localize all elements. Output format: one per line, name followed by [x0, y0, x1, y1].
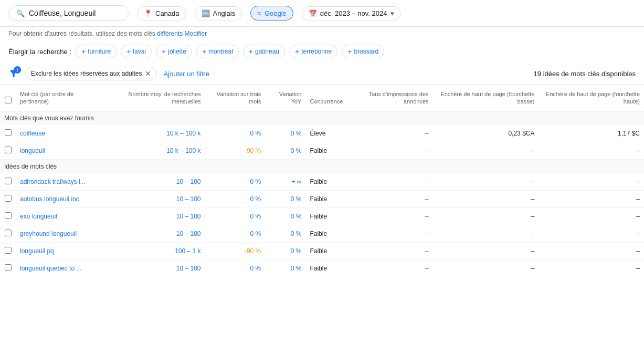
expand-bar: Élargir la recherche : +furniture +laval…	[0, 40, 644, 63]
col-three-month-header[interactable]: Variation sur trois mois	[205, 85, 266, 111]
row-monthly: 10 k – 100 k	[107, 142, 205, 159]
row-bid-low: 0,23 $CA	[433, 125, 539, 142]
expand-chip-4[interactable]: +gatineau	[243, 45, 285, 58]
search-box[interactable]: 🔍	[8, 5, 129, 21]
row-checkbox-cell[interactable]	[0, 225, 16, 242]
col-impression-header[interactable]: Taux d'impressions des annonces	[347, 85, 432, 111]
chevron-down-icon: ▾	[390, 9, 394, 17]
platform-filter[interactable]: ≈ Google	[250, 6, 293, 20]
exclude-pill[interactable]: Exclure les idées réservées aux adultes …	[25, 67, 157, 80]
row-competition: Faible	[305, 242, 347, 259]
col-keyword-header[interactable]: Mot clé (par ordre de pertinence)	[16, 85, 107, 111]
language-label: Anglais	[213, 9, 236, 17]
expand-chip-3[interactable]: +montréal	[196, 45, 239, 58]
table-row: autobus longueuil inc10 – 1000 %0 %Faibl…	[0, 190, 644, 207]
location-icon: 📍	[144, 9, 152, 17]
row-checkbox-cell[interactable]	[0, 259, 16, 277]
row-yoy: 0 %	[265, 142, 305, 159]
filter-badge: 1	[14, 66, 21, 74]
row-competition: Faible	[305, 207, 347, 225]
col-bid-high-header[interactable]: Enchère de haut de page (fourchette haut…	[539, 85, 644, 111]
subtitle-text: Pour obtenir d'autres résultats, utilise…	[8, 30, 157, 37]
table-row: longueuil quebec to ...10 – 1000 %0 %Fai…	[0, 259, 644, 277]
col-competition-header[interactable]: Concurrence	[305, 85, 347, 111]
row-bid-high: –	[539, 190, 644, 207]
expand-chip-1[interactable]: +laval	[121, 45, 152, 58]
row-keyword[interactable]: longueuil	[16, 142, 107, 159]
row-keyword[interactable]: longueuil pq	[16, 242, 107, 259]
language-icon: 🔤	[202, 9, 210, 17]
row-checkbox-cell[interactable]	[0, 125, 16, 142]
row-yoy: 0 %	[265, 225, 305, 242]
row-impression-rate: –	[347, 190, 432, 207]
expand-chip-0[interactable]: +furniture	[76, 45, 117, 58]
row-bid-high: –	[539, 207, 644, 225]
expand-chip-2[interactable]: +joliette	[156, 45, 192, 58]
search-input[interactable]	[29, 9, 121, 17]
row-checkbox[interactable]	[5, 247, 12, 254]
row-three-month: 0 %	[205, 190, 266, 207]
row-monthly: 10 k – 100 k	[107, 125, 205, 142]
row-yoy: 0 %	[265, 125, 305, 142]
expand-chip-5[interactable]: +terrebonne	[289, 45, 337, 58]
row-monthly: 10 – 100	[107, 225, 205, 242]
row-checkbox-cell[interactable]	[0, 173, 16, 191]
row-three-month: 0 %	[205, 207, 266, 225]
row-bid-high: 1,17 $C	[539, 125, 644, 142]
row-competition: Faible	[305, 259, 347, 277]
expand-label: Élargir la recherche :	[8, 48, 71, 56]
select-all-checkbox[interactable]	[5, 97, 12, 103]
language-filter[interactable]: 🔤 Anglais	[195, 6, 242, 20]
table-row: longueuil10 k – 100 k-90 %0 %Faible–––	[0, 142, 644, 159]
row-keyword[interactable]: autobus longueuil inc	[16, 190, 107, 207]
row-yoy: 0 %	[265, 259, 305, 277]
table-wrapper: Mot clé (par ordre de pertinence) Nombre…	[0, 85, 644, 277]
exclude-close-button[interactable]: ✕	[145, 69, 151, 78]
row-bid-high: –	[539, 225, 644, 242]
date-filter[interactable]: 📅 déc. 2023 – nov. 2024 ▾	[302, 6, 401, 20]
row-keyword[interactable]: exo longueuil	[16, 207, 107, 225]
row-impression-rate: –	[347, 242, 432, 259]
row-impression-rate: –	[347, 225, 432, 242]
table-header-row: Mot clé (par ordre de pertinence) Nombre…	[0, 85, 644, 111]
add-filter-button[interactable]: Ajouter un filtre	[163, 70, 209, 78]
row-bid-low: –	[433, 225, 539, 242]
row-checkbox-cell[interactable]	[0, 142, 16, 159]
exclude-label: Exclure les idées réservées aux adultes	[31, 70, 142, 77]
different-keywords-link[interactable]: différents	[157, 30, 183, 37]
row-yoy: + ∞	[265, 173, 305, 191]
row-checkbox[interactable]	[5, 195, 12, 202]
table-row: exo longueuil10 – 1000 %0 %Faible–––	[0, 207, 644, 225]
row-keyword[interactable]: coiffeuse	[16, 125, 107, 142]
col-monthly-header[interactable]: Nombre moy. de recherches mensuelles	[107, 85, 205, 111]
row-competition: Faible	[305, 173, 347, 191]
location-label: Canada	[155, 9, 180, 17]
section-header-row: Idées de mots clés	[0, 159, 644, 173]
row-checkbox[interactable]	[5, 129, 12, 136]
row-checkbox-cell[interactable]	[0, 242, 16, 259]
row-checkbox-cell[interactable]	[0, 190, 16, 207]
row-bid-high: –	[539, 242, 644, 259]
row-impression-rate: –	[347, 207, 432, 225]
row-keyword[interactable]: longueuil quebec to ...	[16, 259, 107, 277]
row-keyword[interactable]: adirondack trailways l...	[16, 173, 107, 191]
select-all-header[interactable]	[0, 85, 16, 111]
row-keyword[interactable]: greyhound longueuil	[16, 225, 107, 242]
modify-link[interactable]: Modifier	[185, 30, 207, 37]
col-yoy-header[interactable]: Variation YoY	[265, 85, 305, 111]
subtitle-bar: Pour obtenir d'autres résultats, utilise…	[0, 27, 644, 40]
row-checkbox[interactable]	[5, 147, 12, 153]
row-monthly: 100 – 1 k	[107, 242, 205, 259]
row-checkbox[interactable]	[5, 230, 12, 236]
row-bid-low: –	[433, 173, 539, 191]
col-bid-low-header[interactable]: Enchère de haut de page (fourchette bass…	[433, 85, 539, 111]
filter-icon-button[interactable]: 1	[8, 68, 19, 79]
row-checkbox[interactable]	[5, 178, 12, 184]
location-filter[interactable]: 📍 Canada	[137, 6, 186, 20]
row-bid-low: –	[433, 142, 539, 159]
row-checkbox[interactable]	[5, 212, 12, 219]
row-checkbox[interactable]	[5, 264, 12, 271]
row-checkbox-cell[interactable]	[0, 207, 16, 225]
platform-label: Google	[265, 9, 287, 17]
expand-chip-6[interactable]: +brossard	[342, 45, 384, 58]
